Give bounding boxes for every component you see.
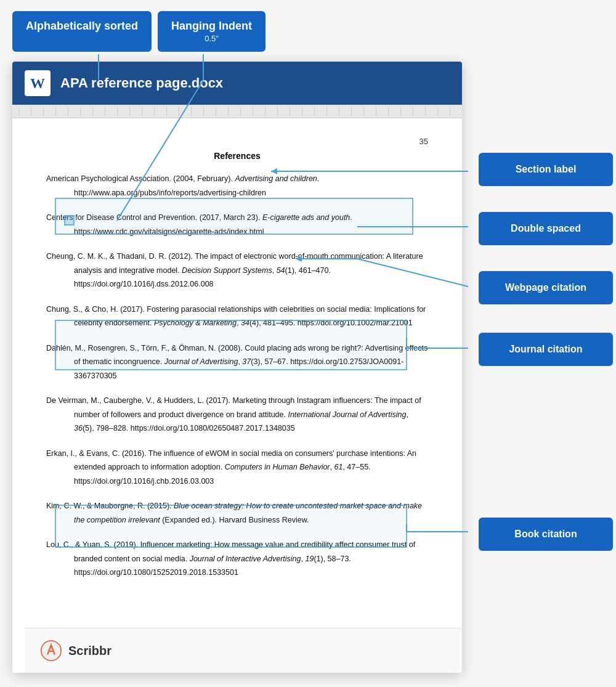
double-spaced-box: Double spaced	[479, 212, 613, 245]
hanging-label: Hanging Indent	[171, 20, 252, 32]
alphabetically-sorted-badge: Alphabetically sorted	[12, 11, 152, 52]
top-badges: Alphabetically sorted Hanging Indent 0.5…	[12, 11, 265, 52]
ref-entry-3: Cheung, C. M. K., & Thadani, D. R. (2012…	[46, 250, 428, 291]
word-icon: W	[25, 70, 51, 96]
scribbr-logo: Scribbr	[40, 640, 111, 662]
ref-entry-6: De Veirman, M., Cauberghe, V., & Hudders…	[46, 394, 428, 436]
doc-content: 35 References American Psychological Ass…	[12, 118, 462, 673]
ref-entry-9: Lou, C., & Yuan, S. (2019). Influencer m…	[46, 538, 428, 580]
hanging-sub-label: 0.5"	[171, 34, 252, 43]
word-letter: W	[30, 75, 45, 92]
scribbr-footer: Scribbr	[25, 628, 462, 673]
ref-entry-2: Centers for Disease Control and Preventi…	[46, 211, 428, 238]
doc-title: APA reference page.docx	[60, 75, 223, 91]
scribbr-brand-text: Scribbr	[68, 644, 111, 658]
ruler-marks	[18, 107, 456, 116]
main-container: Alphabetically sorted Hanging Indent 0.5…	[0, 0, 616, 687]
section-label-text: Section label	[516, 164, 577, 174]
ref-entry-5: Dahlén, M., Rosengren, S., Törn, F., & Ö…	[46, 341, 428, 383]
doc-header: W APA reference page.docx	[12, 62, 462, 105]
double-spaced-text: Double spaced	[511, 223, 581, 234]
ref-entry-7: Erkan, I., & Evans, C. (2016). The influ…	[46, 447, 428, 489]
book-citation-box: Book citation	[479, 518, 613, 551]
references-heading: References	[46, 151, 428, 161]
badge-label: Alphabetically sorted	[26, 20, 138, 32]
ref-entry-4: Chung, S., & Cho, H. (2017). Fostering p…	[46, 303, 428, 330]
ref-entry-8: Kim, C. W., & Mauborgne, R. (2015). Blue…	[46, 499, 428, 527]
hanging-indent-badge: Hanging Indent 0.5"	[158, 11, 265, 52]
webpage-citation-text: Webpage citation	[505, 282, 586, 293]
book-citation-text: Book citation	[514, 529, 577, 539]
page-number: 35	[46, 137, 428, 146]
journal-citation-box: Journal citation	[479, 333, 613, 366]
section-label-box: Section label	[479, 153, 613, 186]
scribbr-icon	[40, 640, 62, 662]
journal-citation-text: Journal citation	[509, 344, 582, 354]
document-wrapper: W APA reference page.docx 35 References …	[12, 62, 462, 673]
ruler	[12, 105, 462, 118]
ref-entry-1: American Psychological Association. (200…	[46, 172, 428, 200]
webpage-citation-box: Webpage citation	[479, 271, 613, 304]
